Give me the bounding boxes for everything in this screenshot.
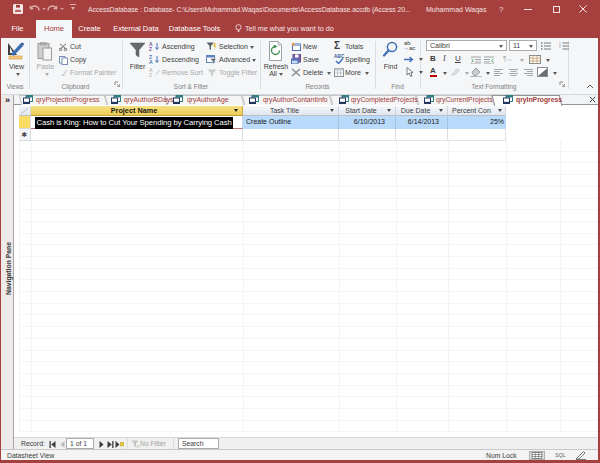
svg-text:2: 2 (559, 45, 561, 49)
